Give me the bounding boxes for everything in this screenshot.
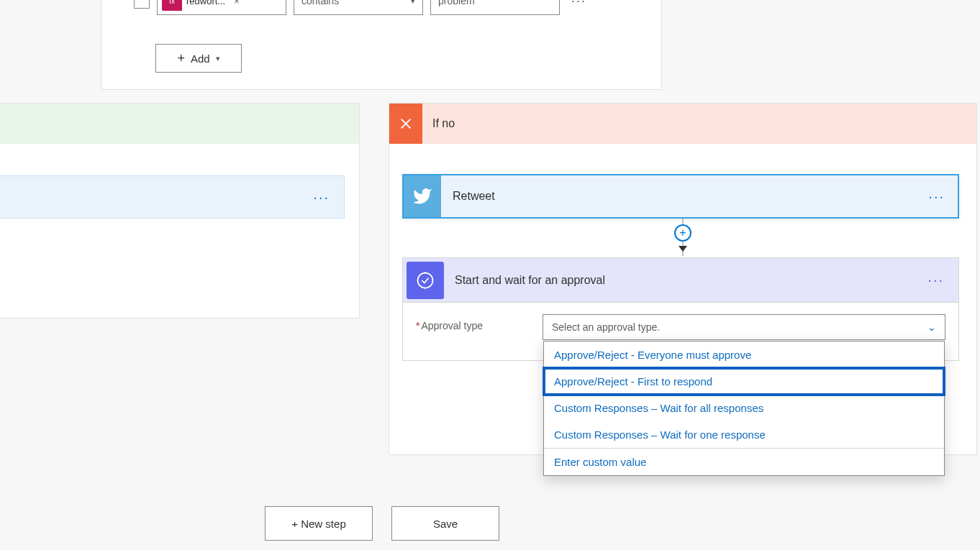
twitter-icon <box>404 175 441 217</box>
approval-action-card: Start and wait for an approval ··· *Appr… <box>402 257 959 361</box>
insert-step-button[interactable]: + <box>674 224 691 242</box>
retweet-label: Retweet <box>441 190 928 203</box>
more-options-icon[interactable]: ··· <box>928 188 958 205</box>
if-no-header[interactable]: If no <box>389 104 976 144</box>
more-options-icon[interactable]: ··· <box>927 272 958 288</box>
condition-row: fx redwort... × contains ▾ problem ··· <box>134 0 591 15</box>
chevron-down-icon: ▾ <box>411 0 415 6</box>
token-label: redwort... <box>182 0 230 6</box>
yes-action-card[interactable]: ··· <box>0 175 345 219</box>
chevron-down-icon: ⌄ <box>927 321 936 333</box>
new-step-button[interactable]: + New step <box>265 506 373 541</box>
required-indicator: * <box>416 320 419 331</box>
condition-left-field[interactable]: fx redwort... × <box>157 0 286 15</box>
approval-body: *Approval type Select an approval type. … <box>403 303 958 360</box>
condition-card: fx redwort... × contains ▾ problem ··· +… <box>101 0 662 90</box>
arrow-down-icon <box>679 246 687 252</box>
condition-operator-select[interactable]: contains ▾ <box>294 0 423 15</box>
retweet-action-card[interactable]: Retweet ··· <box>402 174 959 219</box>
add-condition-button[interactable]: + Add ▾ <box>155 44 242 73</box>
option-wait-all-responses[interactable]: Custom Responses – Wait for all response… <box>544 395 944 421</box>
operator-value: contains <box>301 0 339 6</box>
value-text: problem <box>438 0 475 6</box>
option-wait-one-response[interactable]: Custom Responses – Wait for one response <box>544 421 944 448</box>
dynamic-token[interactable]: fx redwort... × <box>162 0 244 11</box>
approval-type-dropdown: Approve/Reject - Everyone must approve A… <box>543 341 945 476</box>
approval-header[interactable]: Start and wait for an approval ··· <box>403 258 958 303</box>
if-no-branch: If no Retweet ··· + Start and wait for a… <box>389 103 977 455</box>
option-everyone-must-approve[interactable]: Approve/Reject - Everyone must approve <box>544 342 944 368</box>
if-no-title: If no <box>432 117 455 130</box>
close-icon[interactable] <box>389 104 422 144</box>
chevron-down-icon: ▾ <box>216 54 220 63</box>
token-remove-icon[interactable]: × <box>230 0 244 6</box>
approval-type-label: *Approval type <box>416 314 531 331</box>
drag-handle-icon[interactable] <box>134 0 150 9</box>
row-more-icon[interactable]: ··· <box>567 0 591 9</box>
add-label: Add <box>191 52 210 65</box>
if-yes-branch: ··· Add an action <box>0 103 360 318</box>
flow-token-icon: fx <box>162 0 182 11</box>
if-yes-header[interactable] <box>0 104 359 144</box>
option-enter-custom-value[interactable]: Enter custom value <box>544 449 944 475</box>
plus-icon: + <box>177 51 185 66</box>
option-first-to-respond[interactable]: Approve/Reject - First to respond <box>544 368 944 395</box>
save-button[interactable]: Save <box>391 506 499 541</box>
condition-value-input[interactable]: problem <box>430 0 560 15</box>
approval-type-select[interactable]: Select an approval type. ⌄ Approve/Rejec… <box>543 314 945 340</box>
approval-title: Start and wait for an approval <box>448 274 927 287</box>
svg-point-0 <box>418 272 433 288</box>
select-placeholder: Select an approval type. <box>552 321 660 333</box>
more-options-icon[interactable]: ··· <box>313 189 330 206</box>
approval-icon <box>407 262 444 299</box>
footer-buttons: + New step Save <box>265 506 499 541</box>
